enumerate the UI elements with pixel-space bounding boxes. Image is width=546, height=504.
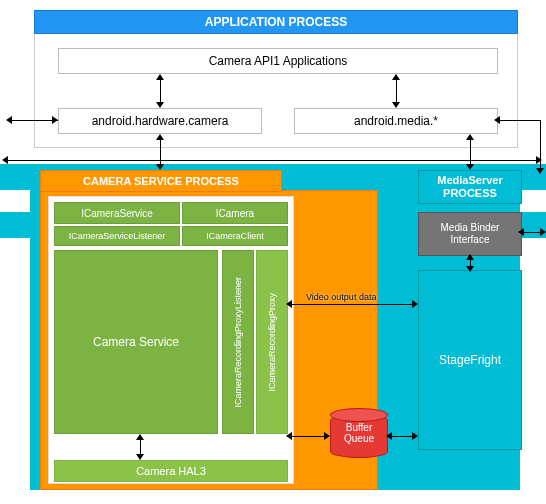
arrow-binder-sf-down xyxy=(466,266,474,272)
media-binder-box: Media Binder Interface xyxy=(418,212,522,256)
camera-api1-box: Camera API1 Applications xyxy=(58,48,498,74)
recproxy-label: ICameraRecordingProxy xyxy=(267,293,277,392)
arrow-binder-sf-up xyxy=(466,254,474,260)
arrow-media-ms-u xyxy=(466,134,474,140)
arrow-binder-out xyxy=(522,232,542,233)
arrow-hw-left-r xyxy=(52,116,58,124)
arrow-svc-hal-down xyxy=(136,454,144,460)
recproxylistener-label: ICameraRecordingProxyListener xyxy=(233,277,243,408)
icameraservicelistener-box: ICameraServiceListener xyxy=(54,226,180,246)
video-output-label: Video output data xyxy=(306,292,376,302)
arrow-video-out-r xyxy=(412,300,418,308)
arrow-media-ms-d xyxy=(466,164,474,170)
recproxy-box: ICameraRecordingProxy xyxy=(256,250,288,434)
buffer-queue-top xyxy=(330,408,388,422)
arrow-binder-out-l xyxy=(518,228,524,236)
arrow-media-right-h xyxy=(498,120,540,121)
recproxylistener-box: ICameraRecordingProxyListener xyxy=(222,250,254,434)
arrow-hw-left xyxy=(10,120,58,121)
mediaserver-header: MediaServer PROCESS xyxy=(418,170,522,204)
camera-hal3-box: Camera HAL3 xyxy=(54,460,288,482)
arrow-hw-svc-d xyxy=(156,164,164,170)
arrow-hw-left-l xyxy=(6,116,12,124)
arrow-bq-left-l xyxy=(286,432,292,440)
stagefright-box: StageFright xyxy=(418,270,522,450)
icameraclient-box: ICameraClient xyxy=(182,226,288,246)
camera-service-box: Camera Service xyxy=(54,250,218,434)
arrow-wide-top-r xyxy=(536,156,542,164)
arrow-svc-hal-up xyxy=(136,434,144,440)
android-media-box: android.media.* xyxy=(294,108,498,134)
icameraservice-box: ICameraService xyxy=(54,202,180,224)
arrow-media-right-v xyxy=(540,120,541,172)
arrow-hw-svc-u xyxy=(156,134,164,140)
arrow-bq-right-r xyxy=(412,432,418,440)
arrow-video-out xyxy=(290,304,416,305)
arrow-bq-right-l xyxy=(386,432,392,440)
arrow-wide-top xyxy=(6,160,540,161)
icamera-box: ICamera xyxy=(182,202,288,224)
arrow-api-media-up xyxy=(392,74,400,80)
camera-service-header: CAMERA SERVICE PROCESS xyxy=(40,170,282,192)
arrow-api-hw-up xyxy=(156,74,164,80)
arrow-wide-top-l xyxy=(2,156,8,164)
android-hardware-camera-box: android.hardware.camera xyxy=(58,108,262,134)
arrow-bq-left xyxy=(290,436,328,437)
arrow-bq-left-r xyxy=(324,432,330,440)
arrow-media-right-bot xyxy=(536,168,544,174)
buffer-queue-label: Buffer Queue xyxy=(330,422,388,444)
arrow-api-hw-down xyxy=(156,102,164,108)
arrow-binder-out-r xyxy=(540,228,546,236)
arrow-api-media-down xyxy=(392,102,400,108)
app-process-header: APPLICATION PROCESS xyxy=(34,10,518,34)
arrow-video-out-l xyxy=(286,300,292,308)
arrow-media-right-top xyxy=(494,116,500,124)
